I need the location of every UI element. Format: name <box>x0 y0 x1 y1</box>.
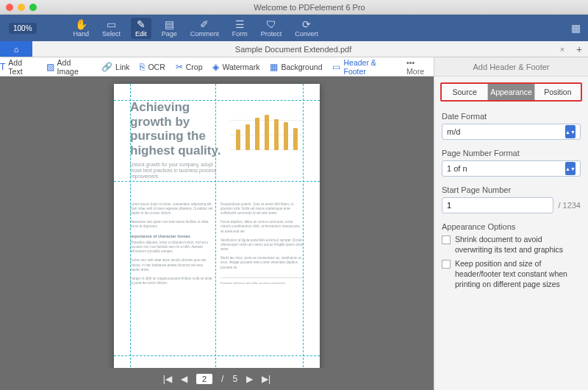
chart-bar <box>255 118 259 150</box>
close-window-icon[interactable] <box>6 4 13 11</box>
select-arrows-icon: ▲▼ <box>565 125 576 138</box>
document-tab[interactable]: Sample Document Extended.pdf <box>32 45 554 54</box>
page-chart <box>230 104 304 156</box>
home-button[interactable]: ⌂ <box>0 41 32 57</box>
tab-position[interactable]: Position <box>534 84 581 100</box>
background-icon: ▦ <box>270 62 278 72</box>
document-tabbar: ⌂ Sample Document Extended.pdf × + <box>0 41 588 57</box>
toolbar-comment-button[interactable]: ✐Comment <box>187 19 222 38</box>
tab-appearance[interactable]: Appearance <box>487 84 534 100</box>
title-bar: Welcome to PDFelement 6 Pro <box>0 0 588 15</box>
page-number-format-label: Page Number Format <box>442 149 581 157</box>
toolbar-protect-button[interactable]: 🛡Protect <box>258 19 285 38</box>
tab-add-button[interactable]: + <box>570 43 588 55</box>
tab-source[interactable]: Source <box>442 84 487 100</box>
sub-header-footer-button[interactable]: ▭Header & Footer <box>332 58 396 76</box>
header-footer-panel: Add Header & Footer Source Appearance Po… <box>434 57 588 390</box>
maximize-window-icon[interactable] <box>29 4 37 11</box>
first-page-button[interactable]: |◀ <box>163 374 172 384</box>
page-total: 5 <box>232 374 237 384</box>
chart-bar <box>284 122 288 150</box>
tab-close-button[interactable]: × <box>554 45 570 54</box>
sub-add-text-button[interactable]: TAdd Text <box>0 58 36 76</box>
edit-subtoolbar: TAdd Text▨Add Image🔗Link⎘OCR✂Crop◈Waterm… <box>0 57 434 77</box>
home-icon: ⌂ <box>14 45 19 54</box>
appearance-options-label: Appearance Options <box>434 218 588 233</box>
start-page-number-total: / 1234 <box>558 201 581 210</box>
hand-icon: ✋ <box>75 19 87 29</box>
page-number-format-value: 1 of n <box>447 164 467 173</box>
checkbox-icon <box>442 260 451 269</box>
date-format-value: m/d <box>447 127 460 136</box>
chart-bar <box>236 130 240 150</box>
document-tab-label: Sample Document Extended.pdf <box>235 45 351 54</box>
page-number-input[interactable]: 2 <box>196 374 212 384</box>
ocr-icon: ⎘ <box>140 62 145 72</box>
protect-icon: 🛡 <box>266 19 276 29</box>
form-icon: ☰ <box>235 19 245 29</box>
page-icon: ▤ <box>165 19 174 29</box>
watermark-icon: ◈ <box>212 62 219 72</box>
link-icon: 🔗 <box>101 62 112 72</box>
sub-ocr-button[interactable]: ⎘OCR <box>140 58 165 76</box>
convert-icon: ⟳ <box>302 19 311 29</box>
date-format-label: Date Format <box>442 112 581 121</box>
start-page-number-label: Start Page Number <box>442 185 581 194</box>
comment-icon: ✐ <box>200 19 209 29</box>
page-navigator: |◀ ◀ 2 / 5 ▶ ▶| <box>0 368 434 390</box>
page-heading: Achieving growth by pursuing the highest… <box>130 100 226 157</box>
page-number-format-select[interactable]: 1 of n ▲▼ <box>442 160 581 177</box>
sub-crop-button[interactable]: ✂Crop <box>176 58 203 76</box>
window-title: Welcome to PDFelement 6 Pro <box>37 3 582 12</box>
page-preview: Achieving growth by pursuing the highest… <box>114 84 320 368</box>
sub-background-button[interactable]: ▦Background <box>270 58 322 76</box>
toolbar-hand-button[interactable]: ✋Hand <box>71 19 93 38</box>
page-lead: Unlock growth for your company, adopt th… <box>130 162 226 180</box>
window-controls <box>6 4 37 11</box>
chart-bar <box>245 124 250 150</box>
more-button[interactable]: ••• More <box>406 58 434 76</box>
next-page-button[interactable]: ▶ <box>246 374 253 384</box>
page-body: Lorem ipsum dolor sit amet, consectetur … <box>130 202 304 286</box>
prev-page-button[interactable]: ◀ <box>181 374 187 384</box>
crop-icon: ✂ <box>176 62 183 72</box>
toolbar-right-icon[interactable]: ▦ <box>568 23 584 33</box>
edit-icon: ✎ <box>137 19 146 29</box>
start-page-number-input[interactable] <box>442 197 553 213</box>
minimize-window-icon[interactable] <box>18 4 25 11</box>
checkbox-icon <box>442 235 451 244</box>
add-text-icon: T <box>0 62 5 72</box>
panel-title: Add Header & Footer <box>434 57 588 77</box>
toolbar-form-button[interactable]: ☰Form <box>229 19 251 38</box>
panel-tabs: Source Appearance Position <box>440 82 582 102</box>
header-footer-icon: ▭ <box>332 62 340 72</box>
page-stage[interactable]: Achieving growth by pursuing the highest… <box>0 77 434 368</box>
select-icon: ▭ <box>107 19 116 29</box>
sub-link-button[interactable]: 🔗Link <box>101 58 129 76</box>
sub-watermark-button[interactable]: ◈Watermark <box>212 58 259 76</box>
main-toolbar: 100% ✋Hand▭Select✎Edit▤Page✐Comment☰Form… <box>0 15 588 41</box>
option-shrink-label: Shrink document to avoid overwriting its… <box>455 235 581 255</box>
chart-bar <box>293 128 298 150</box>
option-keep-position[interactable]: Keep position and size of header/footer … <box>434 257 588 291</box>
zoom-select[interactable]: 100% <box>9 23 37 34</box>
viewer: TAdd Text▨Add Image🔗Link⎘OCR✂Crop◈Waterm… <box>0 57 434 390</box>
add-image-icon: ▨ <box>46 62 54 72</box>
toolbar-edit-button[interactable]: ✎Edit <box>131 18 151 39</box>
toolbar-select-button[interactable]: ▭Select <box>99 19 123 38</box>
chart-bar <box>274 119 279 150</box>
chart-bar <box>265 115 269 150</box>
date-format-select[interactable]: m/d ▲▼ <box>442 124 581 140</box>
page-sep: / <box>221 374 223 384</box>
last-page-button[interactable]: ▶| <box>262 374 270 384</box>
option-keep-position-label: Keep position and size of header/footer … <box>455 259 581 289</box>
toolbar-page-button[interactable]: ▤Page <box>159 19 180 38</box>
sub-add-image-button[interactable]: ▨Add Image <box>46 58 92 76</box>
toolbar-convert-button[interactable]: ⟳Convert <box>292 19 321 38</box>
option-shrink[interactable]: Shrink document to avoid overwriting its… <box>434 233 588 257</box>
select-arrows-icon: ▲▼ <box>565 162 576 175</box>
